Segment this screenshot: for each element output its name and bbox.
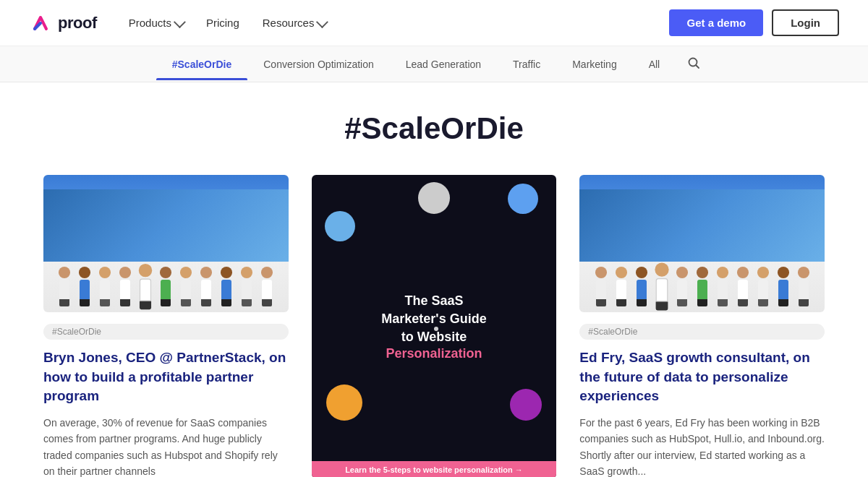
article-tag-1[interactable]: #ScaleOrDie	[43, 324, 289, 340]
article-excerpt-1: On average, 30% of revenue for SaaS comp…	[43, 415, 289, 477]
cat-conversion[interactable]: Conversion Optimization	[247, 48, 390, 80]
cat-traffic[interactable]: Traffic	[497, 48, 556, 80]
cat-scalordie[interactable]: #ScaleOrDie	[156, 48, 248, 80]
article-title-1[interactable]: Bryn Jones, CEO @ PartnerStack, on how t…	[43, 348, 289, 406]
card2-title-top: The SaaSMarketer's Guideto Website	[381, 292, 486, 347]
article-card-2: The SaaSMarketer's Guideto Website Perso…	[312, 175, 557, 477]
main-content: #ScaleOrDie	[0, 82, 868, 477]
avatar-1	[418, 182, 450, 214]
page-title: #ScaleOrDie	[43, 111, 825, 146]
article-image-2[interactable]: The SaaSMarketer's Guideto Website Perso…	[312, 175, 557, 477]
nav-right: Get a demo Login	[669, 9, 839, 36]
get-demo-button[interactable]: Get a demo	[669, 9, 763, 36]
article-tag-3[interactable]: #ScaleOrDie	[579, 324, 825, 340]
logo[interactable]: proof	[29, 12, 97, 35]
article-card-3: #ScaleOrDie Ed Fry, SaaS growth consulta…	[579, 175, 825, 477]
avatar-4	[326, 384, 362, 421]
products-chevron-icon	[174, 16, 186, 28]
article-image-1[interactable]	[43, 175, 289, 312]
nav-links: Products Pricing Resources	[120, 11, 670, 35]
avatar-2	[508, 184, 538, 214]
cat-marketing[interactable]: Marketing	[556, 48, 632, 80]
cat-leadgen[interactable]: Lead Generation	[390, 48, 497, 80]
article-card-1: #ScaleOrDie Bryn Jones, CEO @ PartnerSta…	[43, 175, 289, 477]
nav-resources[interactable]: Resources	[254, 11, 335, 35]
logo-text: proof	[58, 14, 97, 33]
nav-products[interactable]: Products	[120, 11, 192, 35]
search-icon[interactable]	[676, 46, 712, 82]
svg-line-1	[697, 65, 699, 68]
avatar-5	[510, 389, 542, 421]
article-excerpt-3: For the past 6 years, Ed Fry has been wo…	[579, 415, 825, 477]
svg-point-0	[689, 58, 697, 66]
proof-logo-icon	[29, 12, 52, 35]
card2-title-pink: Personalization	[381, 346, 486, 361]
login-button[interactable]: Login	[772, 9, 839, 36]
article-title-3[interactable]: Ed Fry, SaaS growth consultant, on the f…	[579, 348, 825, 406]
card2-cta[interactable]: Learn the 5-steps to website personaliza…	[312, 461, 557, 477]
nav-pricing[interactable]: Pricing	[197, 11, 248, 35]
category-nav: #ScaleOrDie Conversion Optimization Lead…	[0, 46, 868, 82]
card2-text: The SaaSMarketer's Guideto Website Perso…	[367, 292, 501, 362]
article-image-3[interactable]	[579, 175, 825, 312]
cat-all[interactable]: All	[633, 48, 676, 80]
navbar: proof Products Pricing Resources Get a d…	[0, 0, 868, 46]
resources-chevron-icon	[316, 16, 328, 28]
article-grid: #ScaleOrDie Bryn Jones, CEO @ PartnerSta…	[43, 175, 825, 477]
avatar-3	[325, 211, 355, 241]
